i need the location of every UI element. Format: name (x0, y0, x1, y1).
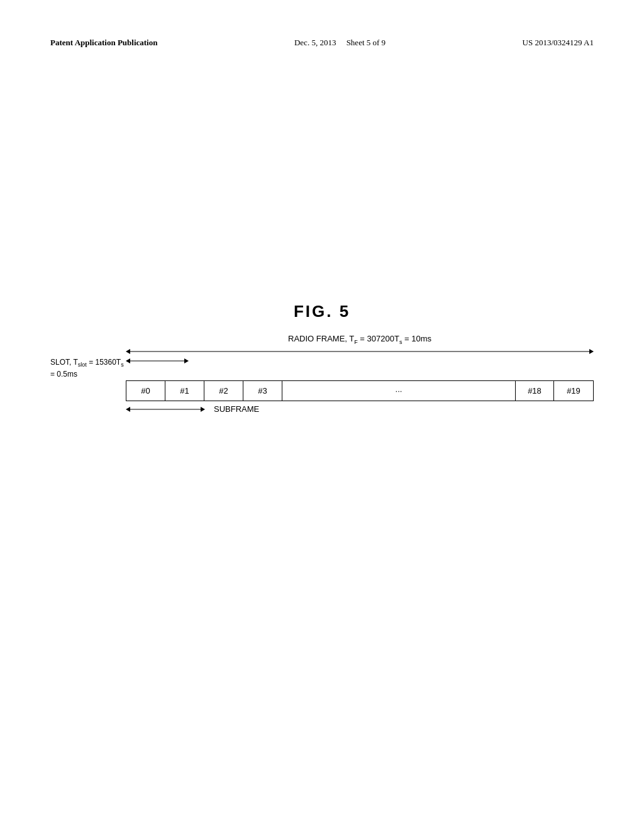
slot-arrow-area (126, 357, 594, 366)
figure-5-container: FIG. 5 RADIO FRAME, TF = 307200Ts = 10ms (50, 302, 594, 414)
header-sheet: Sheet 5 of 9 (347, 38, 386, 47)
radio-frame-label: RADIO FRAME, TF = 307200Ts = 10ms (126, 334, 594, 345)
header-patent-number: US 2013/0324129 A1 (523, 38, 594, 48)
diagram-wrapper: RADIO FRAME, TF = 307200Ts = 10ms SLOT, … (50, 334, 594, 414)
slots-boxes: #0 #1 #2 #3 ··· #18 #19 (126, 380, 594, 401)
slot-box-0: #0 (126, 381, 165, 401)
slot-box-1: #1 (165, 381, 204, 401)
subframe-row: SUBFRAME (126, 404, 594, 414)
subframe-label: SUBFRAME (214, 404, 259, 414)
slot-sub-arrow-line (126, 357, 189, 365)
slot-box-2: #2 (204, 381, 243, 401)
header-publication-type: Patent Application Publication (50, 38, 157, 48)
slot-ellipsis: ··· (282, 381, 515, 401)
slot-box-19: #19 (554, 381, 593, 401)
page-header: Patent Application Publication Dec. 5, 2… (50, 38, 594, 51)
slot-sub-arrow (126, 357, 189, 365)
page: Patent Application Publication Dec. 5, 2… (0, 0, 644, 830)
subframe-arrow (126, 406, 205, 413)
header-date-sheet: Dec. 5, 2013 Sheet 5 of 9 (294, 38, 386, 48)
radio-frame-arrow-row (126, 348, 594, 355)
slot-row: SLOT, Tslot = 15360Ts = 0.5ms (50, 357, 594, 380)
radio-frame-arrow (126, 348, 594, 355)
header-date: Dec. 5, 2013 (294, 38, 336, 47)
slot-box-18: #18 (515, 381, 554, 401)
slot-box-3: #3 (243, 381, 282, 401)
slot-label: SLOT, Tslot = 15360Ts = 0.5ms (50, 357, 126, 380)
figure-title: FIG. 5 (50, 302, 594, 321)
